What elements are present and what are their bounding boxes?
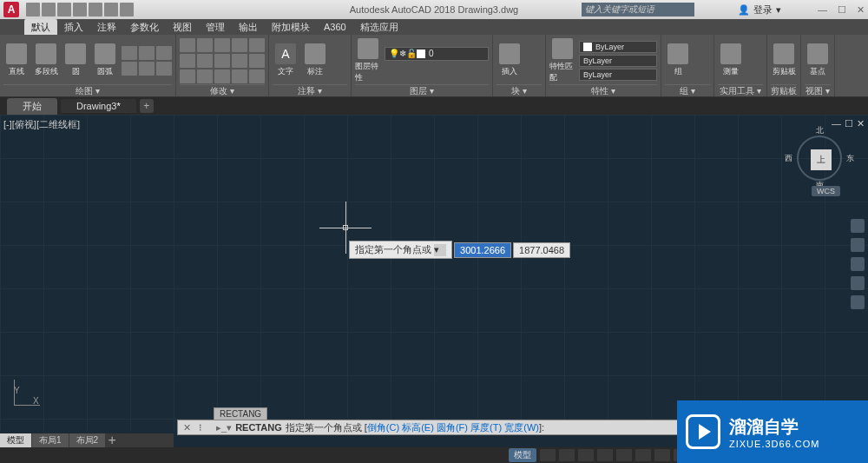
join-icon[interactable]: [249, 69, 265, 83]
cmd-opt-chamfer[interactable]: 倒角(C): [367, 421, 399, 434]
arc-button[interactable]: 圆弧: [92, 43, 118, 77]
scale-icon[interactable]: [197, 69, 213, 83]
panel-label[interactable]: 剪贴板: [771, 84, 797, 96]
tab-default[interactable]: 默认: [24, 19, 57, 35]
layerfrz-icon[interactable]: [419, 63, 435, 75]
showmotion-icon[interactable]: [851, 295, 865, 309]
tab-addins[interactable]: 附加模块: [265, 19, 317, 35]
tab-a360[interactable]: A360: [317, 19, 353, 35]
layeriso-icon[interactable]: [385, 63, 400, 75]
status-model-button[interactable]: 模型: [509, 448, 536, 462]
status-osnap-icon[interactable]: [616, 449, 632, 461]
filetab-start[interactable]: 开始: [7, 98, 57, 115]
circle-button[interactable]: 圆: [62, 43, 89, 77]
panel-label[interactable]: 组 ▾: [665, 84, 710, 96]
calc-icon[interactable]: [747, 48, 763, 60]
erase-icon[interactable]: [232, 38, 247, 52]
status-otrack-icon[interactable]: [635, 449, 651, 461]
steering-wheel-icon[interactable]: [851, 219, 865, 233]
dyn-coord-y[interactable]: 1877.0468: [513, 242, 570, 258]
cmd-opt-width[interactable]: 宽度(W): [504, 421, 539, 434]
tab-parametric[interactable]: 参数化: [123, 19, 166, 35]
panel-label[interactable]: 绘图 ▾: [3, 84, 172, 96]
dyn-coord-x[interactable]: 3001.2666: [454, 242, 511, 258]
layouttab-model[interactable]: 模型: [0, 433, 31, 447]
stretch-icon[interactable]: [180, 69, 195, 83]
vp-close-icon[interactable]: ✕: [857, 118, 865, 129]
point-icon[interactable]: [139, 62, 155, 76]
groupedit-icon[interactable]: [694, 62, 710, 74]
tab-view[interactable]: 视图: [166, 19, 199, 35]
close-button[interactable]: ✕: [857, 4, 865, 16]
qat-plot-icon[interactable]: [89, 3, 102, 17]
ungroup-icon[interactable]: [694, 48, 710, 60]
layermatch-icon[interactable]: [454, 63, 470, 75]
viewcube-east[interactable]: 东: [846, 153, 854, 164]
layeroff-icon[interactable]: [402, 63, 418, 75]
spline-icon[interactable]: [122, 62, 137, 76]
status-snap-icon[interactable]: [559, 449, 575, 461]
user-menu[interactable]: 👤 登录 ▾: [738, 3, 781, 17]
insert-button[interactable]: 插入: [496, 43, 523, 77]
layerlock-icon[interactable]: [437, 63, 452, 75]
add-layout-button[interactable]: +: [106, 433, 118, 448]
clipboard-button[interactable]: 剪贴板: [771, 43, 797, 77]
move-icon[interactable]: [180, 38, 195, 52]
panel-label[interactable]: 视图 ▾: [805, 84, 831, 96]
qat-save-icon[interactable]: [57, 3, 71, 17]
polyline-button[interactable]: 多段线: [33, 43, 59, 77]
tab-manage[interactable]: 管理: [199, 19, 232, 35]
layouttab-layout1[interactable]: 布局1: [32, 433, 69, 447]
tab-output[interactable]: 输出: [232, 19, 265, 35]
mirror-icon[interactable]: [197, 54, 213, 68]
rect-icon[interactable]: [122, 46, 137, 60]
panel-label[interactable]: 注释 ▾: [273, 84, 347, 96]
panel-label[interactable]: 块 ▾: [496, 84, 542, 96]
viewcube[interactable]: 上 北 南 东 西: [797, 136, 842, 181]
tab-featured[interactable]: 精选应用: [353, 19, 405, 35]
app-logo[interactable]: A: [3, 2, 19, 17]
zoom-extents-icon[interactable]: [851, 257, 865, 271]
status-lwt-icon[interactable]: [654, 449, 670, 461]
cmdline-close-icon[interactable]: ✕: [183, 422, 195, 433]
offset-icon[interactable]: [249, 54, 265, 68]
status-grid-icon[interactable]: [540, 449, 556, 461]
dyn-dropdown-icon[interactable]: ▾: [434, 244, 446, 256]
leader-icon[interactable]: [332, 41, 347, 53]
create-block-icon[interactable]: [526, 41, 542, 53]
cmd-opt-elevation[interactable]: 标高(E): [402, 421, 434, 434]
trim-icon[interactable]: [214, 38, 230, 52]
dimension-button[interactable]: 标注: [302, 43, 328, 77]
hatch-icon[interactable]: [156, 46, 172, 60]
qat-new-icon[interactable]: [26, 3, 40, 17]
tab-insert[interactable]: 插入: [57, 19, 90, 35]
linetype-dropdown[interactable]: ByLayer: [579, 69, 657, 81]
wcs-badge[interactable]: WCS: [812, 186, 840, 196]
infocenter-search[interactable]: 键入关键字或短语: [582, 3, 694, 17]
qat-undo-icon[interactable]: [104, 3, 118, 17]
orbit-icon[interactable]: [851, 276, 865, 290]
explode-icon[interactable]: [249, 38, 265, 52]
lineweight-dropdown[interactable]: ByLayer: [579, 55, 657, 67]
basepoint-button[interactable]: 基点: [805, 43, 831, 77]
break-icon[interactable]: [232, 69, 247, 83]
color-dropdown[interactable]: ByLayer: [579, 41, 657, 53]
cmd-opt-fillet[interactable]: 圆角(F): [437, 421, 468, 434]
cmdline-handle-icon[interactable]: ⁝: [199, 422, 213, 433]
fillet-icon[interactable]: [214, 54, 230, 68]
edit-block-icon[interactable]: [526, 55, 542, 67]
ellipse-icon[interactable]: [139, 46, 155, 60]
status-polar-icon[interactable]: [597, 449, 613, 461]
text-button[interactable]: A文字: [273, 43, 299, 77]
qat-redo-icon[interactable]: [120, 3, 134, 17]
vp-maximize-icon[interactable]: ☐: [845, 118, 853, 129]
layerprops-button[interactable]: 图层特性: [355, 38, 381, 83]
viewcube-west[interactable]: 西: [785, 153, 792, 164]
minimize-button[interactable]: —: [818, 4, 827, 16]
layouttab-layout2[interactable]: 布局2: [69, 433, 106, 447]
maximize-button[interactable]: ☐: [838, 4, 846, 16]
command-line[interactable]: ✕ ⁝ ▸_▾ RECTANG 指定第一个角点或 [ 倒角(C) 标高(E) 圆…: [177, 420, 764, 435]
viewcube-ring[interactable]: 上: [797, 136, 842, 181]
viewcube-north[interactable]: 北: [816, 125, 824, 136]
pan-icon[interactable]: [851, 238, 865, 252]
